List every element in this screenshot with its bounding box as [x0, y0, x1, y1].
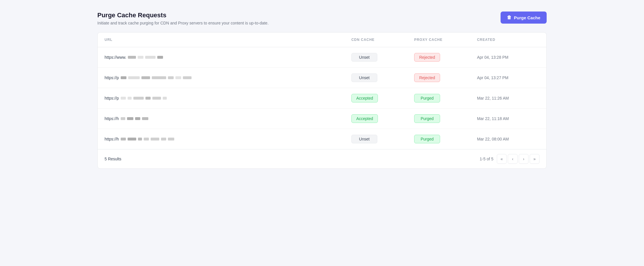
trash-icon: 🗑	[507, 15, 512, 20]
url-content: https://www.	[105, 55, 338, 60]
url-redacted-block	[151, 138, 159, 140]
url-cell: https://www.	[98, 47, 344, 68]
created-date: Mar 22, 11:18 AM	[477, 116, 509, 121]
table-row: https://pUnsetRejectedApr 04, 13:27 PM	[98, 68, 546, 88]
prev-page-icon: ‹	[512, 157, 514, 161]
proxy-cache-cell: Rejected	[407, 47, 470, 68]
url-text: https://p	[105, 96, 119, 100]
cdn-cache-cell: Accepted	[344, 88, 407, 109]
url-redacted-block	[128, 138, 136, 140]
created-date: Mar 22, 08:00 AM	[477, 137, 509, 141]
proxy-cache-cell: Purged	[407, 109, 470, 129]
created-date: Mar 22, 11:26 AM	[477, 96, 509, 100]
pagination-info: 1-5 of 5	[480, 157, 493, 161]
column-header-url: URL	[98, 33, 344, 47]
results-count: 5 Results	[105, 157, 121, 161]
last-page-icon: »	[533, 157, 536, 161]
proxy-cache-cell: Purged	[407, 129, 470, 149]
url-redacted-block	[128, 56, 136, 59]
url-redacted-block	[128, 97, 132, 100]
url-redacted-block	[152, 76, 166, 79]
table-header-row: URL CDN CACHE PROXY CACHE CREATED	[98, 33, 546, 47]
url-redacted-block	[121, 138, 126, 140]
table-row: https://hAcceptedPurgedMar 22, 11:18 AM	[98, 109, 546, 129]
url-redacted-block	[127, 117, 133, 120]
cdn-status-badge: Unset	[351, 53, 377, 62]
url-redacted-block	[141, 76, 150, 79]
proxy-status-badge: Purged	[414, 114, 440, 123]
url-content: https://p	[105, 96, 338, 100]
url-text: https://p	[105, 75, 119, 80]
prev-page-button[interactable]: ‹	[508, 154, 518, 164]
column-header-proxy: PROXY CACHE	[407, 33, 470, 47]
created-cell: Mar 22, 11:18 AM	[470, 109, 546, 129]
purge-cache-button[interactable]: 🗑 Purge Cache	[501, 12, 547, 24]
url-redacted-block	[145, 97, 151, 100]
purge-cache-button-label: Purge Cache	[514, 15, 540, 20]
cdn-cache-cell: Unset	[344, 68, 407, 88]
cdn-status-badge: Unset	[351, 135, 377, 143]
proxy-status-badge: Rejected	[414, 53, 440, 62]
url-cell: https://p	[98, 68, 344, 88]
cdn-status-badge: Unset	[351, 73, 377, 82]
url-content: https://h	[105, 116, 338, 121]
url-redacted-block	[183, 76, 192, 79]
page-subtitle: Initiate and track cache purging for CDN…	[97, 21, 269, 25]
proxy-status-badge: Rejected	[414, 73, 440, 82]
url-redacted-block	[135, 117, 140, 120]
next-page-icon: ›	[523, 157, 524, 161]
first-page-button[interactable]: «	[497, 154, 507, 164]
created-date: Apr 04, 13:28 PM	[477, 55, 508, 60]
created-cell: Apr 04, 13:28 PM	[470, 47, 546, 68]
url-redacted-block	[138, 56, 143, 59]
created-date: Apr 04, 13:27 PM	[477, 75, 508, 80]
url-redacted-block	[138, 138, 142, 140]
url-redacted-block	[128, 76, 140, 79]
cdn-cache-cell: Accepted	[344, 109, 407, 129]
first-page-icon: «	[501, 157, 503, 161]
url-redacted-block	[121, 76, 126, 79]
url-content: https://h	[105, 137, 338, 141]
page-wrapper: Purge Cache Requests Initiate and track …	[97, 12, 547, 169]
url-redacted-block	[163, 97, 167, 100]
url-content: https://p	[105, 75, 338, 80]
url-redacted-block	[133, 97, 144, 100]
proxy-cache-cell: Rejected	[407, 68, 470, 88]
table-footer: 5 Results 1-5 of 5 « ‹ › »	[98, 149, 546, 168]
table-card: URL CDN CACHE PROXY CACHE CREATED https:…	[97, 32, 547, 169]
page-header: Purge Cache Requests Initiate and track …	[97, 12, 547, 25]
page-title: Purge Cache Requests	[97, 12, 269, 19]
url-cell: https://p	[98, 88, 344, 109]
url-text: https://h	[105, 116, 119, 121]
url-redacted-block	[157, 56, 163, 59]
table-row: https://www.UnsetRejectedApr 04, 13:28 P…	[98, 47, 546, 68]
column-header-cdn: CDN CACHE	[344, 33, 407, 47]
created-cell: Mar 22, 08:00 AM	[470, 129, 546, 149]
column-header-created: CREATED	[470, 33, 546, 47]
created-cell: Apr 04, 13:27 PM	[470, 68, 546, 88]
cdn-status-badge: Accepted	[351, 114, 378, 123]
next-page-button[interactable]: ›	[519, 154, 529, 164]
url-text: https://h	[105, 137, 119, 141]
url-redacted-block	[142, 117, 148, 120]
pagination: 1-5 of 5 « ‹ › »	[480, 154, 539, 164]
proxy-status-badge: Purged	[414, 135, 440, 143]
url-redacted-block	[168, 76, 174, 79]
cdn-cache-cell: Unset	[344, 129, 407, 149]
requests-table: URL CDN CACHE PROXY CACHE CREATED https:…	[98, 33, 546, 149]
url-redacted-block	[121, 97, 126, 100]
url-cell: https://h	[98, 129, 344, 149]
proxy-status-badge: Purged	[414, 94, 440, 102]
last-page-button[interactable]: »	[530, 154, 539, 164]
table-row: https://hUnsetPurgedMar 22, 08:00 AM	[98, 129, 546, 149]
url-redacted-block	[168, 138, 174, 140]
url-redacted-block	[175, 76, 181, 79]
table-row: https://pAcceptedPurgedMar 22, 11:26 AM	[98, 88, 546, 109]
header-text: Purge Cache Requests Initiate and track …	[97, 12, 269, 25]
url-redacted-block	[161, 138, 166, 140]
url-cell: https://h	[98, 109, 344, 129]
cdn-cache-cell: Unset	[344, 47, 407, 68]
url-redacted-block	[121, 117, 125, 120]
url-redacted-block	[144, 138, 149, 140]
created-cell: Mar 22, 11:26 AM	[470, 88, 546, 109]
